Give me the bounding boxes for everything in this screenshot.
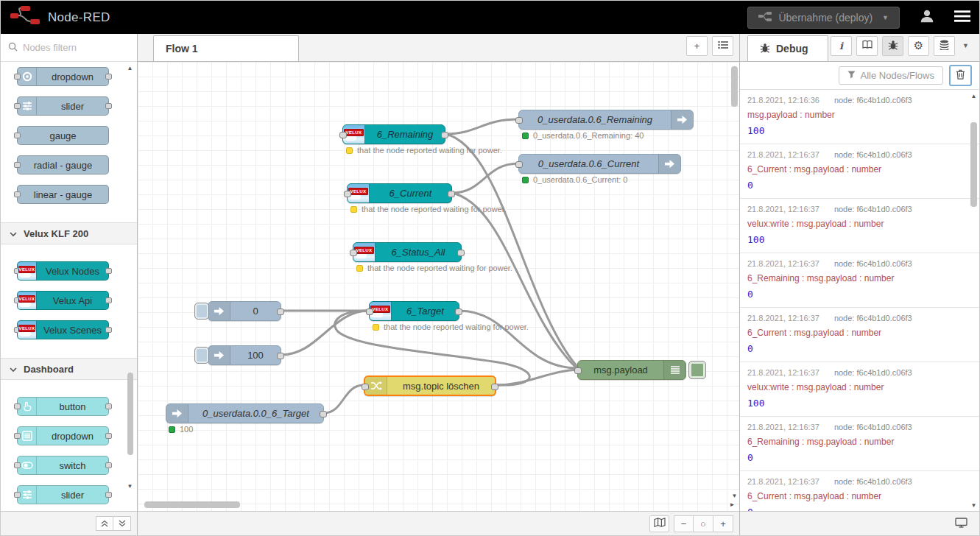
flow-node-debug-msg-payload[interactable]: msg.payload xyxy=(577,360,686,380)
wire[interactable] xyxy=(445,119,518,134)
debug-message-key[interactable]: msg.payload : number xyxy=(747,110,963,120)
palette-node-gauge[interactable]: gauge xyxy=(17,126,109,145)
scroll-up-icon[interactable]: ▲ xyxy=(970,93,978,99)
flow-node-out-current[interactable]: 0_userdata.0.6_Current xyxy=(518,154,681,174)
wire[interactable] xyxy=(324,385,364,413)
scrollbar-thumb[interactable] xyxy=(970,122,977,207)
debug-message-value[interactable]: 100 xyxy=(747,398,963,409)
flow-node-6-target[interactable]: VELUX 6_Target xyxy=(369,301,459,321)
clear-debug-button[interactable] xyxy=(949,65,972,86)
zoom-out-button[interactable]: − xyxy=(674,515,694,532)
debug-message[interactable]: 21.8.2021, 12:16:37node: f6c4b1d0.c06f3 … xyxy=(740,199,979,253)
palette-node-velux-scenes[interactable]: VELUX Velux Scenes xyxy=(17,320,109,339)
expand-categories-button[interactable] xyxy=(113,516,131,531)
debug-message[interactable]: 21.8.2021, 12:16:37node: f6c4b1d0.c06f3 … xyxy=(740,362,979,417)
node-output-port[interactable] xyxy=(455,308,462,315)
scrollbar-thumb[interactable] xyxy=(127,373,133,455)
debug-message-value[interactable]: 0 xyxy=(747,289,963,300)
flow-node-6-status-all[interactable]: VELUX 6_Status_All xyxy=(353,242,462,262)
debug-filter-button[interactable]: Alle Nodes/Flows xyxy=(839,66,943,85)
scrollbar-thumb[interactable] xyxy=(731,66,738,107)
debug-message[interactable]: 21.8.2021, 12:16:37node: f6c4b1d0.c06f3 … xyxy=(740,144,979,199)
flow-node-inject-100[interactable]: 100 xyxy=(208,345,281,365)
palette-node-dropdown[interactable]: dropdown xyxy=(17,67,109,86)
debug-toggle-button[interactable] xyxy=(688,361,706,379)
node-port[interactable] xyxy=(14,133,21,138)
node-output-port[interactable] xyxy=(277,308,284,315)
node-port[interactable] xyxy=(105,74,112,80)
canvas-vertical-scrollbar[interactable]: ▼ xyxy=(730,63,739,499)
open-debug-window-button[interactable] xyxy=(950,515,972,532)
node-port[interactable] xyxy=(14,191,21,197)
palette-node-linear-gauge[interactable]: linear - gauge xyxy=(17,185,109,204)
wire[interactable] xyxy=(452,193,577,369)
node-port[interactable] xyxy=(14,162,21,168)
node-input-port[interactable] xyxy=(515,117,523,124)
node-port[interactable] xyxy=(105,297,112,303)
node-output-port[interactable] xyxy=(320,411,327,417)
flow-node-in-target[interactable]: 0_userdata.0.0_6_Target xyxy=(166,403,324,423)
debug-message-key[interactable]: 6_Current : msg.payload : number xyxy=(747,491,963,501)
node-port[interactable] xyxy=(105,492,112,498)
node-port[interactable] xyxy=(105,433,112,439)
debug-message-key[interactable]: 6_Remaining : msg.payload : number xyxy=(747,273,963,283)
debug-message[interactable]: 21.8.2021, 12:16:37node: f6c4b1d0.c06f3 … xyxy=(740,308,979,362)
scroll-up-icon[interactable]: ▲ xyxy=(126,65,134,71)
debug-message-value[interactable]: 100 xyxy=(747,234,963,245)
debug-scrollbar[interactable]: ▲ ▼ xyxy=(969,91,979,509)
node-port[interactable] xyxy=(105,268,112,274)
node-port[interactable] xyxy=(105,327,112,333)
debug-message-list[interactable]: 21.8.2021, 12:16:36node: f6c4b1d0.c06f3 … xyxy=(740,89,979,511)
debug-message-key[interactable]: velux:write : msg.payload : number xyxy=(747,219,963,229)
scrollbar-thumb[interactable] xyxy=(144,501,240,508)
flow-node-6-current[interactable]: VELUX 6_Current xyxy=(347,183,452,203)
node-output-port[interactable] xyxy=(441,132,448,138)
palette-node-ui-slider[interactable]: slider xyxy=(17,485,109,504)
flow-canvas[interactable]: VELUX 6_Remaining that the node reported… xyxy=(138,62,741,511)
debug-message-value[interactable]: 0 xyxy=(747,180,963,191)
palette-node-ui-dropdown[interactable]: dropdown xyxy=(17,426,109,445)
add-flow-button[interactable]: + xyxy=(686,36,708,56)
node-port[interactable] xyxy=(105,103,112,109)
palette-node-velux-api[interactable]: VELUX Velux Api xyxy=(17,291,109,310)
flow-node-out-remaining[interactable]: 0_userdata.0.6_Remaining xyxy=(518,110,694,130)
deploy-caret-icon[interactable]: ▼ xyxy=(882,14,889,21)
node-output-port[interactable] xyxy=(448,191,455,197)
node-port[interactable] xyxy=(105,462,112,468)
node-input-port[interactable] xyxy=(339,132,347,138)
debug-message[interactable]: 21.8.2021, 12:16:36node: f6c4b1d0.c06f3 … xyxy=(740,90,979,144)
palette-category-dashboard[interactable]: Dashboard xyxy=(1,358,137,380)
debug-message[interactable]: 21.8.2021, 12:16:37node: f6c4b1d0.c06f3 … xyxy=(740,417,979,471)
node-output-port[interactable] xyxy=(457,250,465,256)
inject-button[interactable] xyxy=(194,303,209,320)
flow-node-6-remaining[interactable]: VELUX 6_Remaining xyxy=(342,124,445,144)
debug-message-key[interactable]: 6_Current : msg.payload : number xyxy=(747,328,963,338)
palette-scrollbar[interactable]: ▲ ▼ xyxy=(125,63,135,509)
wire[interactable] xyxy=(281,311,369,355)
context-tab-button[interactable] xyxy=(934,36,955,56)
info-tab-button[interactable]: i xyxy=(831,36,852,56)
node-input-port[interactable] xyxy=(574,367,582,374)
tab-flow-1[interactable]: Flow 1 xyxy=(153,35,299,61)
wire[interactable] xyxy=(452,163,518,193)
node-input-port[interactable] xyxy=(362,384,369,390)
collapse-categories-button[interactable] xyxy=(96,516,113,531)
zoom-in-button[interactable]: + xyxy=(713,515,733,532)
node-output-port[interactable] xyxy=(277,353,284,359)
scroll-down-icon[interactable]: ▼ xyxy=(730,493,738,499)
debug-message[interactable]: 21.8.2021, 12:16:37node: f6c4b1d0.c06f3 … xyxy=(740,253,979,308)
palette-search-input[interactable] xyxy=(23,42,122,53)
canvas-horizontal-scrollbar[interactable]: ► xyxy=(139,500,726,509)
node-input-port[interactable] xyxy=(515,161,523,168)
scroll-right-icon[interactable]: ► xyxy=(728,501,736,508)
scroll-down-icon[interactable]: ▼ xyxy=(970,502,978,509)
config-tab-button[interactable]: ⚙ xyxy=(908,36,929,56)
debug-message-value[interactable]: 0 xyxy=(747,452,963,463)
help-tab-button[interactable] xyxy=(856,36,878,56)
palette-node-button[interactable]: button xyxy=(17,397,109,416)
palette-node-switch[interactable]: switch xyxy=(17,456,109,475)
deploy-button[interactable]: Übernahme (deploy) ▼ xyxy=(747,7,900,29)
flow-node-inject-0[interactable]: 0 xyxy=(208,301,281,321)
palette-node-slider[interactable]: slider xyxy=(17,96,109,116)
debug-tab-button[interactable] xyxy=(882,36,903,56)
